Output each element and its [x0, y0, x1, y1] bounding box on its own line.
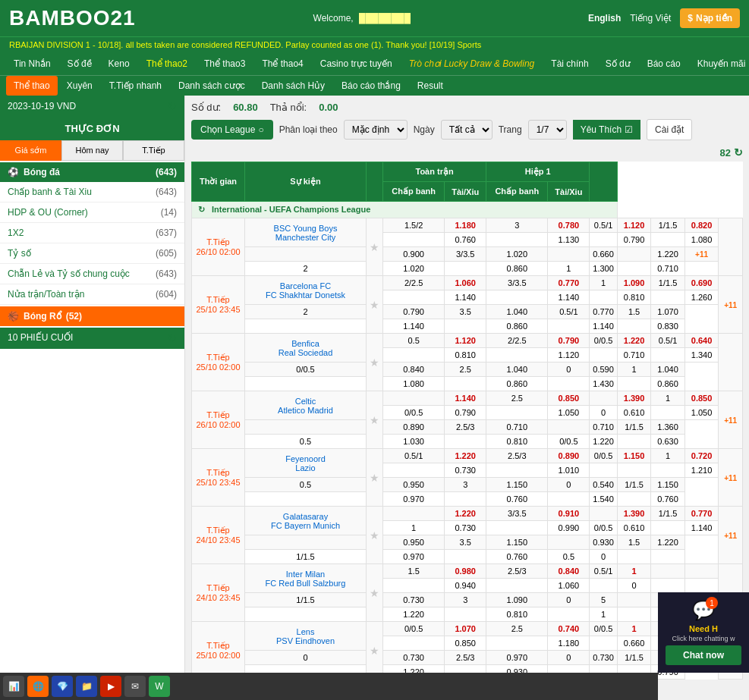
odds-cell[interactable]: 1.040 — [651, 363, 685, 377]
taskbar-icon-3[interactable]: 💎 — [52, 676, 73, 686]
odds-cell[interactable] — [486, 406, 548, 420]
odds-cell[interactable]: 1.120 — [548, 348, 590, 363]
odds-cell[interactable]: 1.5 — [617, 535, 651, 550]
odds-cell[interactable]: 0.720 — [684, 449, 719, 463]
odds-cell[interactable]: 0.940 — [445, 579, 486, 593]
odds-cell[interactable] — [383, 579, 445, 593]
odds-cell[interactable]: 1.220 — [445, 449, 486, 463]
odds-cell[interactable]: 0.900 — [383, 247, 445, 262]
odds-cell[interactable] — [383, 636, 445, 651]
star-cell-4[interactable]: ★ — [367, 391, 383, 449]
team-link[interactable]: Manchester City — [275, 233, 335, 242]
team-link[interactable]: FC Red Bull Salzburg — [266, 579, 346, 588]
team-link[interactable]: BSC Young Boys — [274, 224, 338, 233]
odds-cell[interactable] — [548, 492, 590, 507]
odds-cell[interactable]: 1 — [590, 276, 618, 290]
odds-cell[interactable]: 0 — [245, 651, 367, 665]
odds-cell[interactable]: 0.810 — [486, 435, 548, 449]
odds-cell[interactable]: 1.360 — [651, 420, 685, 435]
odds-cell[interactable]: 0.820 — [684, 218, 719, 233]
taskbar-icon-6[interactable]: ✉ — [124, 676, 146, 686]
team-link[interactable]: Benfica — [291, 339, 319, 348]
sidebar-item-ty-so[interactable]: Tỷ số (605) — [0, 243, 184, 264]
odds-cell[interactable] — [651, 233, 685, 247]
nav-so-de[interactable]: Số đề — [60, 52, 99, 75]
odds-cell[interactable] — [617, 377, 651, 391]
odds-cell[interactable] — [486, 579, 548, 593]
odds-cell[interactable]: 0.5 — [245, 435, 367, 449]
odds-cell[interactable]: 2 — [245, 305, 367, 319]
odds-cell[interactable]: 1.220 — [651, 535, 685, 550]
odds-cell[interactable] — [590, 348, 618, 363]
odds-cell[interactable]: 2/2.5 — [486, 334, 548, 348]
sidebar-tab-hom-nay[interactable]: Hôm nay — [61, 140, 123, 161]
odds-cell[interactable]: 1 — [651, 391, 685, 406]
odds-cell[interactable]: 0.730 — [383, 593, 445, 607]
odds-cell[interactable]: 3.5 — [445, 305, 486, 319]
odds-cell[interactable]: 1.210 — [684, 463, 719, 478]
odds-cell[interactable]: 0.740 — [548, 622, 590, 636]
odds-cell[interactable]: 0/0.5 — [590, 622, 618, 636]
odds-cell[interactable]: 1 — [651, 449, 685, 463]
odds-cell[interactable]: 0.640 — [684, 334, 719, 348]
odds-cell[interactable]: 1.430 — [590, 377, 618, 391]
odds-cell[interactable]: 3 — [445, 478, 486, 492]
odds-cell[interactable]: 1 — [383, 521, 445, 535]
chat-now-button[interactable]: Chat now — [666, 645, 741, 665]
nav-the-thao3[interactable]: Thể thao3 — [197, 52, 253, 75]
odds-cell[interactable] — [445, 550, 486, 564]
odds-cell[interactable]: 1.120 — [445, 334, 486, 348]
odds-cell[interactable]: 1/1.5 — [651, 507, 685, 521]
odds-cell[interactable]: 1.150 — [651, 478, 685, 492]
odds-cell[interactable] — [617, 319, 651, 334]
odds-cell[interactable]: 3.5 — [445, 535, 486, 550]
odds-cell[interactable] — [486, 233, 548, 247]
reload-icon[interactable]: ↻ — [168, 100, 177, 112]
team-link[interactable]: Celtic — [295, 397, 316, 406]
odds-cell[interactable]: 0.990 — [548, 521, 590, 535]
odds-cell[interactable]: 0.690 — [684, 276, 719, 290]
odds-cell[interactable]: 0.910 — [548, 507, 590, 521]
odds-cell[interactable]: 0.610 — [617, 521, 651, 535]
taskbar-icon-4[interactable]: 📁 — [76, 676, 97, 686]
odds-cell[interactable]: 0.790 — [383, 305, 445, 319]
odds-cell[interactable]: 2.5 — [445, 363, 486, 377]
odds-cell[interactable] — [590, 579, 618, 593]
team-link[interactable]: Barcelona FC — [280, 281, 331, 290]
odds-cell[interactable]: 2.5 — [486, 622, 548, 636]
odds-cell[interactable]: 0.850 — [548, 391, 590, 406]
odds-cell[interactable]: 0.760 — [486, 550, 548, 564]
odds-cell[interactable] — [445, 262, 486, 276]
odds-cell[interactable] — [651, 348, 685, 363]
odds-cell[interactable]: 1.020 — [486, 247, 548, 262]
odds-cell[interactable]: 1.030 — [383, 435, 445, 449]
odds-cell[interactable] — [651, 579, 685, 593]
odds-cell[interactable]: 1.090 — [617, 276, 651, 290]
team-link[interactable]: FC Shakhtar Donetsk — [266, 290, 345, 300]
odds-cell[interactable]: 0.950 — [383, 535, 445, 550]
taskbar-icon-5[interactable]: ▶ — [100, 676, 121, 686]
odds-cell[interactable]: 1.130 — [548, 233, 590, 247]
odds-cell[interactable]: 2.5/3 — [486, 564, 548, 579]
odds-cell[interactable]: 1.150 — [486, 535, 548, 550]
odds-cell[interactable]: 0.5/1 — [651, 334, 685, 348]
odds-cell[interactable]: 0/0.5 — [590, 334, 618, 348]
odds-cell[interactable]: 0.930 — [590, 535, 618, 550]
odds-cell[interactable]: 1.5 — [617, 305, 651, 319]
team-link[interactable]: Lens — [297, 627, 315, 636]
odds-cell[interactable]: 1.040 — [486, 363, 548, 377]
odds-cell[interactable]: 1.140 — [383, 319, 445, 334]
odds-cell[interactable] — [651, 521, 685, 535]
odds-cell[interactable] — [383, 391, 445, 406]
cai-dat-button[interactable]: Cài đặt — [647, 119, 692, 140]
team-link[interactable]: Inter Milan — [286, 570, 325, 579]
sidebar-reload-icon[interactable]: ↻ — [168, 332, 177, 344]
odds-cell[interactable]: 3/3.5 — [486, 276, 548, 290]
odds-cell[interactable]: 0.890 — [548, 449, 590, 463]
chon-league-button[interactable]: Chọn League ○ — [191, 120, 273, 140]
odds-cell[interactable]: 0.730 — [383, 651, 445, 665]
odds-cell[interactable]: 0.860 — [486, 377, 548, 391]
odds-cell[interactable] — [617, 607, 651, 622]
sidebar-tab-ttiep[interactable]: T.Tiếp — [123, 140, 184, 161]
nav-tin-nhan[interactable]: Tin Nhắn — [6, 52, 58, 75]
